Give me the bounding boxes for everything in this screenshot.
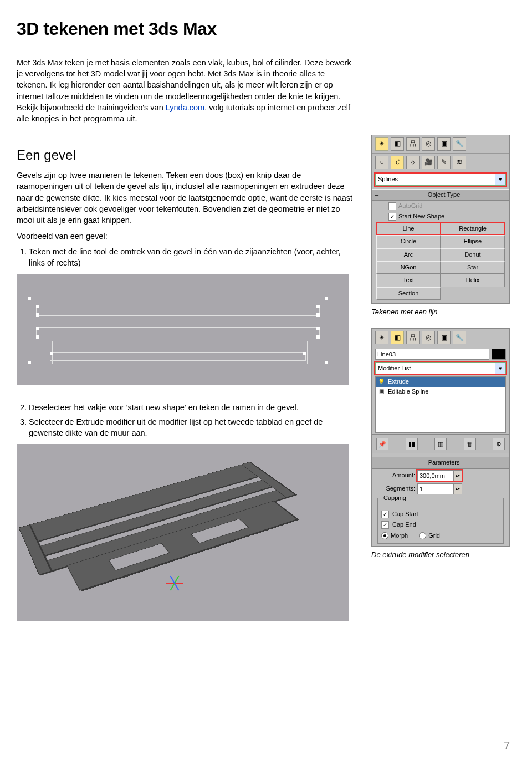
rectangle-button[interactable]: Rectangle (441, 222, 505, 235)
cap-start-checkbox[interactable]: ✓ (381, 511, 389, 518)
helix-button[interactable]: Helix (441, 274, 505, 287)
start-new-shape-checkbox[interactable]: ✓ (388, 213, 396, 221)
grid-radio[interactable] (419, 532, 426, 539)
capping-group: Capping ✓ Cap Start ✓ Cap End Morph (377, 498, 504, 544)
intro-paragraph: Met 3ds Max teken je met basis elementen… (17, 57, 355, 125)
autogrid-label: AutoGrid (398, 202, 422, 210)
make-unique-icon[interactable]: ▥ (434, 438, 447, 450)
cap-end-label: Cap End (392, 521, 416, 529)
stack-label-extrude: Extrude (388, 378, 409, 386)
capping-legend: Capping (381, 494, 408, 501)
cap-end-checkbox[interactable]: ✓ (381, 521, 389, 529)
hierarchy-tab-icon[interactable]: 品 (406, 137, 420, 151)
create-panel: ✴ ◧ 品 ◎ ▣ 🔧 ○ 𝓒 ☼ 🎥 ✎ ≋ Splines ▾ – (371, 135, 510, 304)
donut-button[interactable]: Donut (441, 248, 505, 261)
modify-panel: ✴ ◧ 品 ◎ ▣ 🔧 Modifier List ▾ 💡 Extrude (371, 328, 510, 547)
step-2: Deselecteer het vakje voor 'start new sh… (29, 402, 355, 413)
remove-modifier-icon[interactable]: 🗑 (464, 438, 476, 450)
object-type-rollout[interactable]: – Object Type (372, 189, 509, 201)
geometry-icon[interactable]: ○ (375, 156, 388, 169)
amount-spinner[interactable]: ▴▾ (453, 471, 462, 481)
plus-icon: ▣ (378, 388, 385, 395)
modify-tab-icon-2[interactable]: ◧ (391, 331, 404, 344)
cap-start-label: Cap Start (392, 510, 418, 518)
text-button[interactable]: Text (376, 274, 441, 287)
caption-2: De extrude modifier selecteren (371, 550, 510, 560)
start-new-shape-label: Start New Shape (398, 212, 444, 221)
ngon-button[interactable]: NGon (376, 261, 441, 274)
lights-icon[interactable]: ☼ (406, 156, 420, 169)
star-button[interactable]: Star (441, 261, 505, 274)
stack-label-spline: Editable Spline (388, 387, 428, 396)
parameters-label: Parameters (428, 459, 460, 466)
object-type-label: Object Type (428, 191, 461, 198)
pin-stack-icon[interactable]: 📌 (376, 438, 388, 450)
modify-tab-icon[interactable]: ◧ (391, 137, 404, 151)
motion-tab-icon-2[interactable]: ◎ (422, 331, 435, 344)
caption-1: Tekenen met een lijn (371, 307, 510, 317)
splines-dropdown[interactable]: Splines ▾ (375, 174, 506, 186)
step-3: Selecteer de Extrude modifier uit de mod… (29, 416, 355, 439)
segments-input[interactable] (418, 484, 453, 494)
modifier-list-dropdown[interactable]: Modifier List ▾ (375, 362, 506, 374)
viewport-gizmo (150, 566, 183, 599)
segments-label: Segments: (377, 484, 415, 493)
lightbulb-icon: 💡 (378, 379, 385, 385)
parameters-rollout[interactable]: – Parameters (372, 457, 509, 468)
utilities-tab-icon-2[interactable]: 🔧 (453, 331, 466, 344)
amount-input[interactable] (418, 471, 453, 481)
create-tab-icon-2[interactable]: ✴ (375, 331, 388, 344)
modifier-stack[interactable]: 💡 Extrude ▣ Editable Spline (375, 376, 506, 433)
paragraph-2: Voorbeeld van een gevel: (17, 231, 355, 242)
section-heading: Een gevel (17, 146, 355, 165)
display-tab-icon-2[interactable]: ▣ (437, 331, 451, 344)
autogrid-checkbox[interactable] (388, 202, 396, 210)
show-end-result-icon[interactable]: ▮▮ (406, 438, 418, 450)
object-color-swatch[interactable] (492, 349, 506, 360)
circle-button[interactable]: Circle (376, 235, 441, 248)
motion-tab-icon[interactable]: ◎ (422, 137, 435, 151)
create-tab-icon[interactable]: ✴ (375, 137, 388, 151)
section-button[interactable]: Section (376, 287, 441, 300)
ellipse-button[interactable]: Ellipse (441, 235, 505, 248)
spacewarps-icon[interactable]: ≋ (453, 156, 466, 169)
grid-label: Grid (428, 532, 440, 540)
chevron-down-icon[interactable]: ▾ (495, 174, 505, 185)
gevel-3d-figure (17, 444, 349, 621)
segments-row: Segments: ▴▾ (372, 482, 509, 496)
configure-sets-icon[interactable]: ⚙ (493, 438, 505, 450)
step-1: Teken met de line tool de omtrek van de … (29, 246, 355, 269)
modifier-list-text: Modifier List (376, 364, 495, 373)
object-name-field[interactable] (375, 349, 489, 360)
morph-label: Morph (391, 532, 408, 540)
stack-item-editable-spline[interactable]: ▣ Editable Spline (376, 387, 505, 396)
arc-button[interactable]: Arc (376, 248, 441, 261)
lynda-link[interactable]: Lynda.com (166, 103, 204, 112)
gevel-outline-figure (17, 274, 349, 385)
morph-radio[interactable] (381, 532, 388, 539)
helpers-icon[interactable]: ✎ (437, 156, 451, 169)
stack-item-extrude[interactable]: 💡 Extrude (376, 377, 505, 386)
page-title: 3D tekenen met 3ds Max (17, 17, 510, 42)
amount-row: Amount: ▴▾ (372, 469, 509, 482)
cameras-icon[interactable]: 🎥 (422, 156, 435, 169)
utilities-tab-icon[interactable]: 🔧 (453, 137, 466, 151)
hierarchy-tab-icon-2[interactable]: 品 (406, 331, 420, 344)
display-tab-icon[interactable]: ▣ (437, 137, 451, 151)
paragraph-1: Gevels zijn op twee manieren te tekenen.… (17, 170, 355, 226)
shapes-icon[interactable]: 𝓒 (391, 156, 404, 169)
splines-dropdown-text: Splines (376, 175, 495, 183)
segments-spinner[interactable]: ▴▾ (453, 484, 462, 494)
chevron-down-icon[interactable]: ▾ (495, 363, 505, 374)
line-button[interactable]: Line (376, 222, 441, 235)
amount-label: Amount: (377, 471, 415, 480)
